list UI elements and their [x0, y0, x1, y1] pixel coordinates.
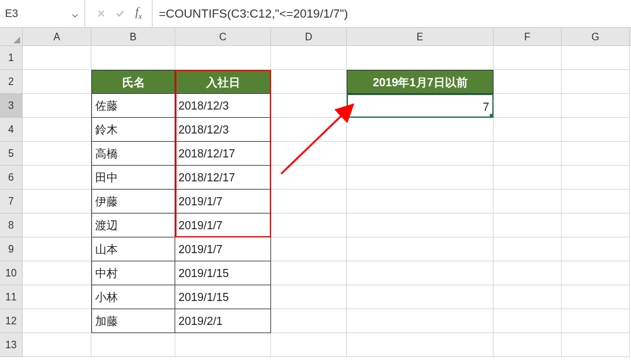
table-cell-date[interactable]: 2018/12/17	[175, 166, 271, 190]
cell[interactable]	[23, 285, 91, 309]
row-header[interactable]: 5	[0, 142, 23, 166]
cell[interactable]	[91, 333, 175, 357]
table-cell-date[interactable]: 2018/12/3	[175, 94, 271, 118]
table-cell-date[interactable]: 2019/1/7	[175, 190, 271, 213]
cell[interactable]	[23, 261, 91, 285]
cell[interactable]	[494, 118, 562, 142]
table-cell-date[interactable]: 2019/2/1	[175, 309, 271, 333]
result-cell[interactable]: 7	[347, 94, 494, 118]
cell[interactable]	[271, 333, 347, 357]
cell[interactable]	[494, 46, 562, 70]
cell[interactable]	[347, 118, 494, 142]
table-cell-date[interactable]: 2019/1/15	[175, 261, 271, 285]
formula-input[interactable]: =COUNTIFS(C3:C12,"<=2019/1/7")	[153, 7, 631, 21]
cell[interactable]	[23, 213, 91, 237]
table-cell-name[interactable]: 加藤	[91, 309, 175, 333]
cell[interactable]	[347, 142, 494, 166]
table-cell-name[interactable]: 山本	[91, 237, 175, 261]
cell[interactable]	[23, 118, 91, 142]
row-header[interactable]: 3	[0, 94, 23, 118]
cell[interactable]	[494, 309, 562, 333]
row-header[interactable]: 11	[0, 285, 23, 309]
row-header[interactable]: 12	[0, 309, 23, 333]
spreadsheet-grid[interactable]: A B C D E F G 1 2 氏名 入社日 2019年1月7日以前	[0, 28, 631, 364]
cell[interactable]	[347, 213, 494, 237]
col-header-G[interactable]: G	[562, 28, 630, 45]
cell[interactable]	[562, 94, 630, 118]
cell[interactable]	[347, 261, 494, 285]
table-cell-name[interactable]: 伊藤	[91, 190, 175, 213]
table-cell-name[interactable]: 渡辺	[91, 213, 175, 237]
cell[interactable]	[347, 285, 494, 309]
cell[interactable]	[271, 285, 347, 309]
chevron-down-icon[interactable]	[72, 10, 79, 18]
cell[interactable]	[494, 190, 562, 213]
table-cell-name[interactable]: 高橋	[91, 142, 175, 166]
cell[interactable]	[347, 237, 494, 261]
row-header[interactable]: 10	[0, 261, 23, 285]
table-cell-name[interactable]: 田中	[91, 166, 175, 190]
summary-header[interactable]: 2019年1月7日以前	[347, 70, 494, 94]
cell[interactable]	[494, 166, 562, 190]
row-header[interactable]: 9	[0, 237, 23, 261]
table-cell-name[interactable]: 鈴木	[91, 118, 175, 142]
cell[interactable]	[494, 94, 562, 118]
cell[interactable]	[271, 237, 347, 261]
cell[interactable]	[271, 70, 347, 94]
cell[interactable]	[562, 190, 630, 213]
name-box[interactable]: E3	[0, 0, 85, 27]
cell[interactable]	[347, 46, 494, 70]
cell[interactable]	[23, 46, 91, 70]
cell[interactable]	[271, 213, 347, 237]
row-header[interactable]: 7	[0, 190, 23, 213]
cell[interactable]	[347, 333, 494, 357]
cell[interactable]	[23, 333, 91, 357]
cell[interactable]	[91, 46, 175, 70]
cell[interactable]	[562, 166, 630, 190]
cell[interactable]	[271, 46, 347, 70]
cell[interactable]	[562, 333, 630, 357]
cell[interactable]	[175, 46, 271, 70]
cell[interactable]	[23, 309, 91, 333]
cell[interactable]	[23, 190, 91, 213]
row-header[interactable]: 1	[0, 46, 23, 70]
row-header[interactable]: 8	[0, 213, 23, 237]
cell[interactable]	[23, 142, 91, 166]
cell[interactable]	[562, 261, 630, 285]
cell[interactable]	[494, 333, 562, 357]
cell[interactable]	[562, 285, 630, 309]
table-header-name[interactable]: 氏名	[91, 70, 175, 94]
table-cell-date[interactable]: 2018/12/3	[175, 118, 271, 142]
cell[interactable]	[562, 46, 630, 70]
cell[interactable]	[494, 142, 562, 166]
table-cell-date[interactable]: 2019/1/15	[175, 285, 271, 309]
cell[interactable]	[562, 70, 630, 94]
cell[interactable]	[494, 237, 562, 261]
cell[interactable]	[175, 333, 271, 357]
cell[interactable]	[23, 94, 91, 118]
table-header-date[interactable]: 入社日	[175, 70, 271, 94]
cell[interactable]	[271, 142, 347, 166]
table-cell-name[interactable]: 小林	[91, 285, 175, 309]
cell[interactable]	[271, 261, 347, 285]
cell[interactable]	[271, 190, 347, 213]
cell[interactable]	[23, 70, 91, 94]
cell[interactable]	[271, 118, 347, 142]
select-all-corner[interactable]	[0, 28, 23, 45]
table-cell-date[interactable]: 2018/12/17	[175, 142, 271, 166]
cell[interactable]	[347, 309, 494, 333]
row-header[interactable]: 6	[0, 166, 23, 190]
fx-icon[interactable]: fx	[129, 0, 148, 27]
table-cell-name[interactable]: 佐藤	[91, 94, 175, 118]
table-cell-date[interactable]: 2019/1/7	[175, 213, 271, 237]
col-header-F[interactable]: F	[494, 28, 562, 45]
cell[interactable]	[494, 70, 562, 94]
table-cell-name[interactable]: 中村	[91, 261, 175, 285]
cell[interactable]	[562, 309, 630, 333]
cell[interactable]	[494, 213, 562, 237]
cell[interactable]	[271, 166, 347, 190]
cell[interactable]	[271, 94, 347, 118]
row-header[interactable]: 4	[0, 118, 23, 142]
cell[interactable]	[271, 309, 347, 333]
col-header-E[interactable]: E	[347, 28, 494, 45]
